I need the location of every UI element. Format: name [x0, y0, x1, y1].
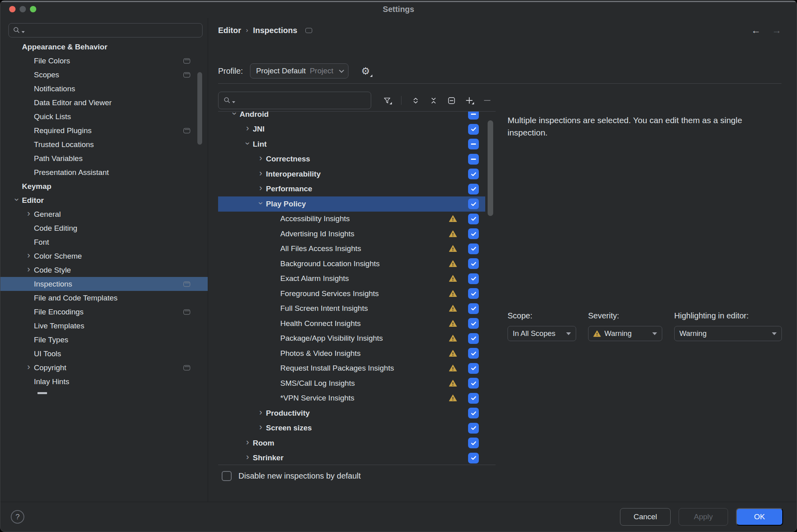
sidebar-item-file-encodings[interactable]: File Encodings — [0, 305, 208, 319]
inspection-checkbox[interactable] — [468, 303, 479, 314]
breadcrumb-parent[interactable]: Editor — [218, 26, 241, 35]
chevron-icon[interactable] — [242, 439, 253, 448]
chevron-icon[interactable] — [242, 453, 253, 462]
chevron-icon[interactable] — [256, 424, 266, 432]
sidebar-item-quick-lists[interactable]: Quick Lists — [0, 110, 208, 124]
tree-row-background-location-insights[interactable]: Background Location Insights — [218, 256, 485, 271]
chevron-icon[interactable] — [24, 112, 34, 121]
tree-row-health-connect-insights[interactable]: Health Connect Insights — [218, 316, 485, 331]
inspection-checkbox[interactable] — [468, 214, 479, 224]
scope-select[interactable]: In All Scopes — [508, 326, 576, 341]
chevron-icon[interactable] — [256, 409, 266, 418]
chevron-icon[interactable] — [24, 336, 34, 344]
chevron-icon[interactable] — [270, 334, 280, 343]
chevron-icon[interactable] — [256, 200, 266, 208]
sidebar-search-input[interactable] — [8, 23, 203, 37]
chevron-icon[interactable] — [24, 363, 34, 372]
sidebar-item-notifications[interactable]: Notifications — [0, 82, 208, 96]
tree-row-room[interactable]: Room — [218, 436, 485, 451]
sidebar-item-file-colors[interactable]: File Colors — [0, 54, 208, 68]
expand-all-icon[interactable] — [411, 96, 419, 104]
chevron-icon[interactable] — [270, 274, 280, 283]
tree-row-shrinker[interactable]: Shrinker — [218, 451, 485, 465]
chevron-icon[interactable] — [270, 304, 280, 313]
add-inspection-icon[interactable] — [465, 96, 473, 104]
chevron-icon[interactable] — [270, 230, 280, 238]
chevron-icon[interactable] — [24, 294, 34, 302]
inspection-checkbox[interactable] — [468, 363, 479, 374]
sidebar-item-code-style[interactable]: Code Style — [0, 263, 208, 277]
chevron-icon[interactable] — [256, 170, 266, 179]
chevron-icon[interactable] — [12, 182, 22, 191]
chevron-icon[interactable] — [24, 71, 34, 79]
sidebar-item-inspections[interactable]: Inspections — [0, 277, 208, 291]
inspection-checkbox[interactable] — [468, 378, 479, 389]
chevron-icon[interactable] — [12, 43, 22, 51]
chevron-icon[interactable] — [270, 289, 280, 298]
chevron-icon[interactable] — [24, 252, 34, 261]
tree-row-all-files-access-insights[interactable]: All Files Access Insights — [218, 241, 485, 257]
inspection-checkbox[interactable] — [468, 273, 479, 284]
chevron-icon[interactable] — [270, 259, 280, 268]
inspection-checkbox[interactable] — [468, 124, 479, 135]
chevron-icon[interactable] — [270, 364, 280, 373]
inspection-checkbox[interactable] — [468, 228, 479, 239]
chevron-icon[interactable] — [24, 349, 34, 358]
sidebar-item-presentation-assistant[interactable]: Presentation Assistant — [0, 165, 208, 179]
tree-row-screen-sizes[interactable]: Screen sizes — [218, 421, 485, 436]
tree-row-request-install-packages-insights[interactable]: Request Install Packages Insights — [218, 361, 485, 376]
chevron-icon[interactable] — [24, 168, 34, 177]
tree-row-play-policy[interactable]: Play Policy — [218, 196, 485, 212]
inspections-search-input[interactable] — [218, 92, 371, 109]
chevron-icon[interactable] — [242, 125, 253, 133]
sidebar-item-path-variables[interactable]: Path Variables — [0, 151, 208, 165]
sidebar-item-editor[interactable]: Editor — [0, 193, 208, 207]
sidebar-item-live-templates[interactable]: Live Templates — [0, 319, 208, 333]
tree-row-lint[interactable]: Lint — [218, 137, 485, 152]
tree-row-advertising-id-insights[interactable]: Advertising Id Insights — [218, 226, 485, 241]
chevron-icon[interactable] — [256, 155, 266, 163]
chevron-icon[interactable] — [24, 154, 34, 163]
inspection-checkbox[interactable] — [468, 408, 479, 418]
sidebar-item-code-editing[interactable]: Code Editing — [0, 221, 208, 235]
sidebar-item-keymap[interactable]: Keymap — [0, 179, 208, 193]
profile-select[interactable]: Project Default Project — [250, 63, 348, 79]
sidebar-item-required-plugins[interactable]: Required Plugins — [0, 124, 208, 137]
chevron-icon[interactable] — [270, 394, 280, 402]
tree-row-package-app-visibility-insights[interactable]: Package/App Visibility Insights — [218, 331, 485, 346]
tree-row-performance[interactable]: Performance — [218, 182, 485, 197]
tree-row-productivity[interactable]: Productivity — [218, 406, 485, 421]
chevron-icon[interactable] — [24, 266, 34, 275]
tree-row-sms-call-log-insights[interactable]: SMS/Call Log Insights — [218, 376, 485, 391]
chevron-icon[interactable] — [24, 322, 34, 330]
highlighting-select[interactable]: Warning — [674, 326, 782, 341]
chevron-icon[interactable] — [24, 238, 34, 247]
tree-row-correctness[interactable]: Correctness — [218, 152, 485, 167]
inspection-checkbox[interactable] — [468, 393, 479, 404]
collapse-all-icon[interactable] — [429, 96, 437, 104]
chevron-icon[interactable] — [270, 379, 280, 388]
chevron-icon[interactable] — [24, 308, 34, 316]
sidebar-item-inlay-hints[interactable]: Inlay Hints — [0, 375, 208, 389]
chevron-icon[interactable] — [229, 111, 240, 119]
inspection-checkbox[interactable] — [468, 243, 479, 254]
cancel-button[interactable]: Cancel — [620, 508, 671, 526]
tree-row-jni[interactable]: JNI — [218, 122, 485, 137]
filter-icon[interactable] — [383, 96, 391, 104]
chevron-icon[interactable] — [24, 140, 34, 149]
tree-row-vpn-service-insights[interactable]: *VPN Service Insights — [218, 391, 485, 406]
sidebar-item-data-editor-and-viewer[interactable]: Data Editor and Viewer — [0, 96, 208, 110]
chevron-icon[interactable] — [270, 319, 280, 328]
tree-row-full-screen-intent-insights[interactable]: Full Screen Intent Insights — [218, 301, 485, 316]
inspection-checkbox[interactable] — [468, 198, 479, 209]
sidebar-scrollbar[interactable] — [197, 72, 202, 145]
chevron-icon[interactable] — [24, 57, 34, 65]
inspection-checkbox[interactable] — [468, 169, 479, 179]
sidebar-item-ui-tools[interactable]: UI Tools — [0, 347, 208, 361]
back-arrow-icon[interactable]: ← — [751, 26, 761, 35]
inspection-checkbox[interactable] — [468, 184, 479, 194]
disable-inspection-icon[interactable] — [447, 96, 455, 104]
chevron-icon[interactable] — [24, 224, 34, 233]
chevron-icon[interactable] — [24, 98, 34, 107]
chevron-icon[interactable] — [270, 349, 280, 358]
